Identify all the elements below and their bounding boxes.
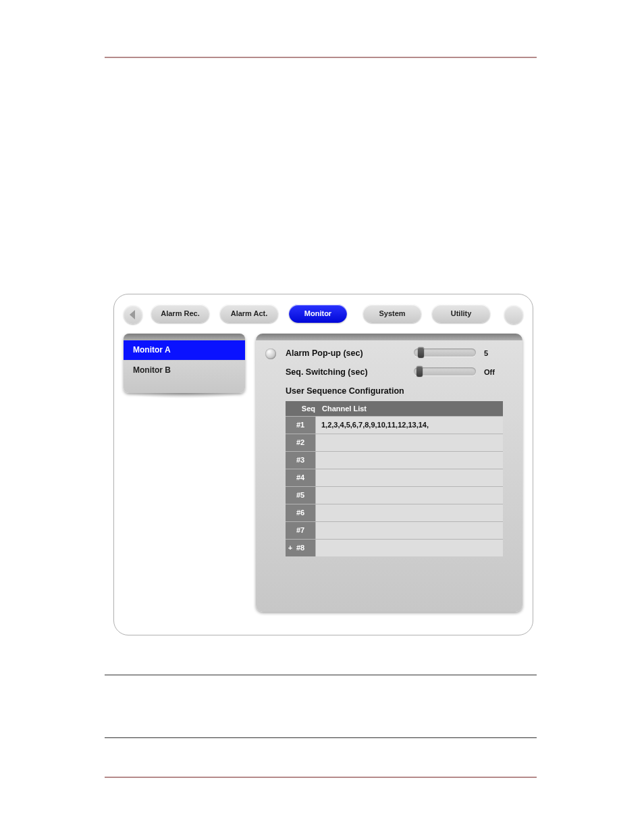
- panel-header-strip: [256, 334, 522, 340]
- seq-id: #2: [286, 434, 315, 451]
- tab-bar: Alarm Rec. Alarm Act. Monitor System Uti…: [114, 304, 533, 331]
- header-seq: Seq: [286, 401, 319, 416]
- forward-button[interactable]: [504, 305, 523, 324]
- seq-channel-list[interactable]: [315, 469, 503, 486]
- content-panel: Alarm Pop-up (sec) 5 Seq. Switching (sec…: [256, 334, 522, 612]
- chevron-left-icon: [124, 305, 142, 324]
- sidebar-header-strip: [124, 334, 245, 340]
- seq-channel-list[interactable]: [315, 540, 503, 556]
- seq-channel-list[interactable]: [315, 504, 503, 521]
- table-row[interactable]: #4: [286, 469, 503, 486]
- settings-screenshot: Alarm Rec. Alarm Act. Monitor System Uti…: [113, 294, 533, 635]
- label-seq-switching: Seq. Switching (sec): [286, 367, 368, 377]
- value-seq-switching: Off: [484, 368, 495, 376]
- tab-alarm-rec[interactable]: Alarm Rec.: [151, 305, 209, 323]
- sidebar-shadow: [124, 393, 245, 398]
- table-row[interactable]: #2: [286, 434, 503, 451]
- svg-marker-0: [130, 310, 135, 319]
- seq-id: #6: [286, 504, 315, 521]
- tab-alarm-act[interactable]: Alarm Act.: [220, 305, 278, 323]
- slider-thumb[interactable]: [418, 347, 424, 358]
- tab-utility[interactable]: Utility: [432, 305, 490, 323]
- label-user-seq-config: User Sequence Configuration: [286, 386, 404, 396]
- sidebar-item-monitor-b[interactable]: Monitor B: [124, 360, 245, 380]
- seq-id-label: #8: [296, 544, 304, 552]
- tab-system[interactable]: System: [363, 305, 421, 323]
- back-button[interactable]: [124, 305, 142, 324]
- expand-icon[interactable]: +: [287, 540, 294, 556]
- table-row[interactable]: #5: [286, 486, 503, 504]
- seq-channel-list[interactable]: [315, 434, 503, 451]
- header-channel-list: Channel List: [319, 401, 503, 416]
- slider-alarm-popup[interactable]: [414, 348, 476, 357]
- tab-monitor[interactable]: Monitor: [289, 305, 347, 323]
- value-alarm-popup: 5: [484, 349, 488, 357]
- table-header: Seq Channel List: [286, 401, 503, 416]
- slider-thumb[interactable]: [417, 366, 423, 377]
- table-row[interactable]: + #8: [286, 539, 503, 556]
- table-row[interactable]: #1 1,2,3,4,5,6,7,8,9,10,11,12,13,14,: [286, 416, 503, 434]
- table-row[interactable]: #3: [286, 451, 503, 469]
- seq-id: #3: [286, 452, 315, 469]
- note-box: [105, 675, 537, 738]
- seq-channel-list[interactable]: 1,2,3,4,5,6,7,8,9,10,11,12,13,14,: [315, 417, 503, 434]
- seq-id: + #8: [286, 540, 315, 556]
- seq-id: #7: [286, 522, 315, 539]
- seq-channel-list[interactable]: [315, 487, 503, 504]
- seq-id: #1: [286, 417, 315, 434]
- radio-indicator[interactable]: [265, 348, 276, 359]
- seq-channel-list[interactable]: [315, 452, 503, 469]
- sidebar: Monitor A Monitor B: [124, 334, 245, 393]
- divider-bottom: [105, 777, 537, 778]
- table-row[interactable]: #7: [286, 521, 503, 539]
- seq-channel-list[interactable]: [315, 522, 503, 539]
- page: Alarm Rec. Alarm Act. Monitor System Uti…: [0, 0, 644, 834]
- label-alarm-popup: Alarm Pop-up (sec): [286, 348, 363, 358]
- slider-seq-switching[interactable]: [414, 367, 476, 375]
- seq-id: #5: [286, 487, 315, 504]
- seq-id: #4: [286, 469, 315, 486]
- table-row[interactable]: #6: [286, 504, 503, 521]
- sidebar-item-monitor-a[interactable]: Monitor A: [124, 340, 245, 360]
- divider-top: [105, 57, 537, 58]
- user-sequence-table: Seq Channel List #1 1,2,3,4,5,6,7,8,9,10…: [286, 401, 503, 556]
